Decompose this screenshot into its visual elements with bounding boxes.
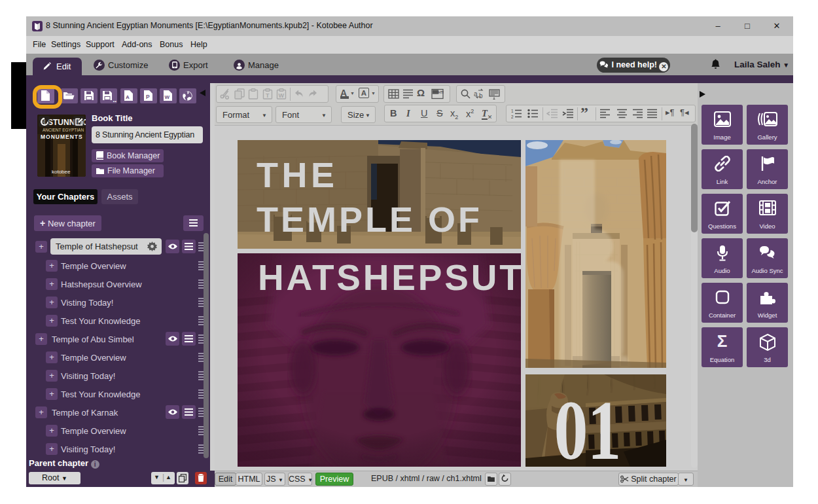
- svg-text:W: W: [165, 94, 170, 100]
- svg-text:kotobee: kotobee: [52, 169, 71, 175]
- svg-text:2: 2: [511, 115, 514, 119]
- svg-text:1: 1: [511, 109, 514, 113]
- svg-text:T: T: [266, 92, 270, 99]
- svg-text:a: a: [474, 90, 478, 98]
- svg-text:b: b: [479, 92, 483, 99]
- svg-text:A: A: [126, 94, 130, 100]
- svg-text:P: P: [146, 94, 150, 100]
- svg-text:HTML: HTML: [438, 90, 444, 94]
- svg-text:W: W: [279, 92, 285, 99]
- svg-text:ANCIENT EGYPTIAN: ANCIENT EGYPTIAN: [43, 128, 84, 132]
- svg-text:MONUMENTS: MONUMENTS: [41, 134, 83, 140]
